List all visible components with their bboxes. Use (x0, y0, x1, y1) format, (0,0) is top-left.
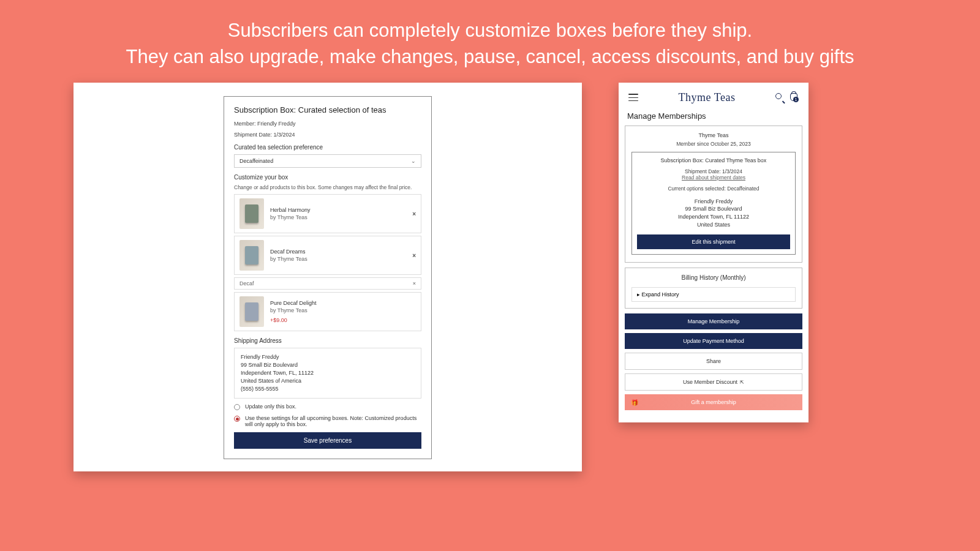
membership-card: Thyme Teas Member since October 25, 2023… (625, 126, 802, 263)
member-discount-button[interactable]: Use Member Discount⇱ (625, 373, 802, 391)
mobile-header: Thyme Teas (625, 90, 802, 109)
addr-street: 99 Small Biz Boulevard (241, 361, 415, 369)
remove-product-button[interactable]: × (412, 210, 416, 217)
product-name: Pure Decaf Delight (270, 299, 317, 307)
product-row: Herbal Harmony by Thyme Teas × (234, 194, 421, 233)
search-value: Decaf (239, 280, 254, 287)
current-options: Current options selected: Decaffeinated (637, 186, 790, 192)
product-name: Decaf Dreams (270, 248, 307, 255)
product-thumbnail (239, 296, 264, 327)
headline-line-1: Subscribers can completely customize box… (24, 17, 956, 43)
product-name: Herbal Harmony (270, 206, 311, 214)
billing-history-card: Billing History (Monthly) Expand History (625, 268, 802, 309)
radio-label: Use these settings for all upcoming boxe… (245, 415, 421, 427)
search-icon[interactable] (775, 93, 784, 102)
ship-dates-link[interactable]: Read about shipment dates (637, 174, 790, 181)
member-since: Member since October 25, 2023 (631, 141, 796, 147)
gift-icon: 🎁 (631, 399, 638, 406)
save-preferences-button[interactable]: Save preferences (234, 432, 421, 449)
update-payment-button[interactable]: Update Payment Method (625, 333, 802, 349)
product-search-input[interactable]: Decaf × (234, 277, 421, 290)
gift-label: Gift a membership (691, 399, 736, 405)
edit-shipment-button[interactable]: Edit this shipment (637, 234, 790, 249)
addr-country: United States of America (241, 377, 415, 385)
scope-radio-all-boxes[interactable]: Use these settings for all upcoming boxe… (234, 415, 421, 427)
chevron-down-icon: ⌄ (411, 158, 416, 164)
preference-value: Decaffeinated (239, 158, 273, 164)
discount-label: Use Member Discount (683, 379, 737, 385)
member-label: Member: Friendly Freddy (234, 121, 421, 127)
mobile-panel: Thyme Teas Manage Memberships Thyme Teas… (619, 83, 809, 422)
shipping-label: Shipping Address (234, 337, 421, 344)
addr-city: Independent Town, FL, 11122 (241, 369, 415, 377)
box-title: Subscription Box: Curated Thyme Teas box (637, 157, 790, 163)
product-vendor: by Thyme Teas (270, 255, 307, 263)
product-thumbnail (239, 240, 264, 271)
expand-history-button[interactable]: Expand History (631, 287, 796, 302)
cart-icon[interactable] (790, 93, 799, 102)
manage-membership-button[interactable]: Manage Membership (625, 313, 802, 329)
radio-icon (234, 404, 240, 410)
brand-logo: Thyme Teas (679, 91, 736, 104)
external-link-icon: ⇱ (740, 380, 744, 385)
subscription-form: Subscription Box: Curated selection of t… (224, 96, 432, 459)
product-price: +$9.00 (270, 317, 317, 324)
remove-product-button[interactable]: × (412, 252, 416, 258)
member-address: Friendly Freddy 99 Small Biz Boulevard I… (637, 198, 790, 228)
product-row: Decaf Dreams by Thyme Teas × (234, 236, 421, 275)
desktop-panel: Subscription Box: Curated selection of t… (74, 83, 582, 471)
shipment-card: Subscription Box: Curated Thyme Teas box… (631, 152, 796, 255)
page-title: Manage Memberships (625, 109, 802, 126)
radio-icon (234, 416, 240, 422)
product-vendor: by Thyme Teas (270, 307, 317, 314)
gift-membership-button[interactable]: 🎁 Gift a membership (625, 394, 802, 410)
radio-label: Update only this box. (245, 403, 296, 410)
addr-phone: (555) 555-5555 (241, 385, 415, 393)
preference-label: Curated tea selection preference (234, 144, 421, 151)
customize-hint: Change or add products to this box. Some… (234, 184, 421, 190)
preference-select[interactable]: Decaffeinated ⌄ (234, 154, 421, 168)
product-vendor: by Thyme Teas (270, 214, 311, 221)
scope-radio-this-box[interactable]: Update only this box. (234, 403, 421, 410)
shipping-address-box: Friendly Freddy 99 Small Biz Boulevard I… (234, 348, 421, 399)
marketing-headline: Subscribers can completely customize box… (0, 0, 980, 83)
store-name: Thyme Teas (631, 132, 796, 138)
clear-icon[interactable]: × (413, 280, 416, 287)
form-title: Subscription Box: Curated selection of t… (234, 105, 421, 114)
addr-name: Friendly Freddy (241, 353, 415, 361)
product-thumbnail (239, 198, 264, 229)
share-button[interactable]: Share (625, 353, 802, 370)
customize-label: Customize your box (234, 174, 421, 181)
headline-line-2: They can also upgrade, make changes, pau… (24, 43, 956, 70)
shipment-date-label: Shipment Date: 1/3/2024 (234, 132, 421, 138)
menu-icon[interactable] (628, 94, 638, 101)
ship-date: Shipment Date: 1/3/2024 (637, 168, 790, 174)
product-suggestion-row[interactable]: Pure Decaf Delight by Thyme Teas +$9.00 (234, 292, 421, 331)
billing-title: Billing History (Monthly) (631, 274, 796, 281)
